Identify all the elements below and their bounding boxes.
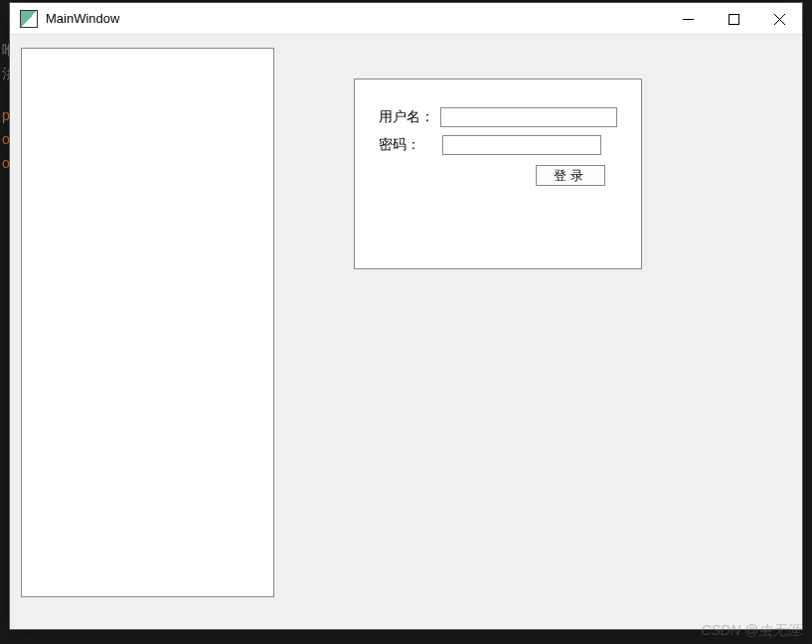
titlebar[interactable]: MainWindow	[10, 3, 802, 35]
password-row: 密码：	[379, 135, 617, 155]
svg-rect-1	[729, 14, 738, 24]
login-panel: 用户名： 密码： 登录	[354, 79, 642, 269]
maximize-button[interactable]	[711, 3, 756, 35]
close-button[interactable]	[756, 3, 802, 35]
username-input[interactable]	[440, 107, 617, 127]
username-label: 用户名：	[379, 108, 440, 126]
watermark-text: CSDN @虫无涯.	[701, 622, 804, 640]
password-label: 密码：	[379, 136, 442, 154]
close-icon	[774, 14, 785, 25]
minimize-button[interactable]	[665, 3, 711, 35]
client-area: 用户名： 密码： 登录	[10, 35, 802, 629]
maximize-icon	[729, 14, 739, 25]
username-row: 用户名：	[379, 107, 617, 127]
window-controls	[665, 3, 802, 34]
minimize-icon	[683, 14, 694, 25]
main-window: MainWindow 用户名： 密码： 登录	[9, 2, 803, 630]
login-button[interactable]: 登录	[536, 165, 605, 186]
left-panel	[21, 48, 274, 597]
password-input[interactable]	[442, 135, 601, 155]
app-icon	[20, 10, 38, 28]
button-row: 登录	[379, 165, 617, 186]
window-title: MainWindow	[46, 11, 665, 26]
